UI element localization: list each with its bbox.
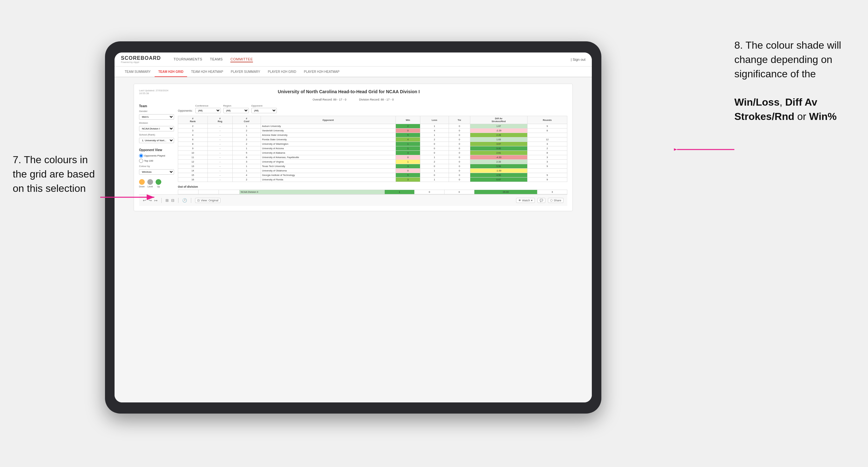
opponent-filter-label: Opponent bbox=[251, 104, 277, 107]
nav-committee[interactable]: COMMITTEE bbox=[230, 57, 253, 62]
cell-opponent: Auburn University bbox=[260, 124, 396, 128]
table-row: 9 - 1 University of Arizona 1 0 0 9.00 2 bbox=[178, 146, 567, 151]
last-updated-time: 16:55:38 bbox=[139, 92, 168, 95]
clock-icon[interactable]: 🕐 bbox=[182, 198, 187, 203]
annotation-bold-1: Win/Loss bbox=[734, 96, 779, 108]
table-row: 15 - 4 Georgia Institute of Technology 5… bbox=[178, 173, 567, 178]
division-label: Division bbox=[139, 122, 174, 124]
nav-tournaments[interactable]: TOURNAMENTS bbox=[174, 57, 203, 62]
subnav-player-h2h-heatmap[interactable]: PLAYER H2H HEATMAP bbox=[300, 67, 343, 77]
cell-conf: 2 bbox=[232, 178, 260, 182]
card-header: Last Updated: 27/03/2024 16:55:38 Univer… bbox=[139, 89, 567, 95]
region-filter-select[interactable]: (All) bbox=[223, 108, 249, 113]
cell-tie: 0 bbox=[448, 151, 470, 155]
cell-opponent: Arizona State University bbox=[260, 133, 396, 137]
subnav-team-h2h-heatmap[interactable]: TEAM H2H HEATMAP bbox=[187, 67, 227, 77]
cell-rank: 15 bbox=[178, 173, 208, 178]
radio-top100[interactable]: Top 100 bbox=[139, 159, 174, 163]
cell-diff: 2.33 bbox=[470, 160, 527, 164]
main-card: Last Updated: 27/03/2024 16:55:38 Univer… bbox=[134, 84, 573, 211]
bottom-toolbar: ↩ ↪ ↦ ⊞ ⊟ 🕐 ⊡ View: Original 👁 bbox=[139, 194, 567, 206]
left-panel: Team Gender Men's Division NCAA Division… bbox=[139, 104, 174, 194]
watch-label: Watch bbox=[522, 199, 530, 202]
cell-rounds: 2 bbox=[527, 146, 567, 151]
cell-rounds: 3 bbox=[527, 160, 567, 164]
cell-tie: 0 bbox=[448, 128, 470, 133]
cell-loss: 2 bbox=[420, 160, 448, 164]
conference-filter: Conference (All) bbox=[195, 104, 221, 113]
table-row: 8 - 2 University of Washington 1 0 0 3.6… bbox=[178, 142, 567, 146]
region-filter: Region (All) bbox=[223, 104, 249, 113]
copy-icon[interactable]: ⊞ bbox=[165, 198, 168, 203]
cell-opponent: Vanderbilt University bbox=[260, 128, 396, 133]
colour-legend: Down Level Up bbox=[139, 179, 174, 188]
ood-rounds: 3 bbox=[537, 190, 567, 194]
view-original-btn[interactable]: ⊡ View: Original bbox=[195, 198, 220, 203]
out-of-division-table: NCAA Division II 1 0 0 26.00 3 bbox=[178, 190, 567, 194]
cell-opponent: University of Arkansas, Fayetteville bbox=[260, 155, 396, 160]
sub-nav: TEAM SUMMARY TEAM H2H GRID TEAM H2H HEAT… bbox=[115, 66, 592, 77]
cell-reg: - bbox=[208, 160, 232, 164]
cell-tie: 0 bbox=[448, 124, 470, 128]
subnav-team-summary[interactable]: TEAM SUMMARY bbox=[121, 67, 155, 77]
cell-opponent: University of Alabama bbox=[260, 151, 396, 155]
legend-down-dot bbox=[139, 179, 145, 185]
legend-down-label: Down bbox=[139, 185, 145, 188]
cell-reg: - bbox=[208, 124, 232, 128]
ood-conf bbox=[219, 190, 239, 194]
nav-links: TOURNAMENTS TEAMS COMMITTEE bbox=[174, 57, 561, 62]
subnav-player-h2h-grid[interactable]: PLAYER H2H GRID bbox=[264, 67, 300, 77]
cell-loss: 0 bbox=[420, 151, 448, 155]
last-updated-date: Last Updated: 27/03/2024 bbox=[139, 89, 168, 92]
cell-diff: 9.00 bbox=[470, 146, 527, 151]
ood-opponent: NCAA Division II bbox=[239, 190, 385, 194]
cell-reg: - bbox=[208, 133, 232, 137]
table-row: 14 - 1 University of Oklahoma 0 1 0 -1.0… bbox=[178, 168, 567, 173]
cell-opponent: University of Virginia bbox=[260, 160, 396, 164]
cell-rank: 11 bbox=[178, 155, 208, 160]
col-conf: #Conf bbox=[232, 116, 260, 124]
cell-rounds bbox=[527, 168, 567, 173]
gender-select[interactable]: Men's bbox=[139, 114, 174, 120]
cell-rank: 8 bbox=[178, 142, 208, 146]
col-rounds: Rounds bbox=[527, 116, 567, 124]
cell-reg: - bbox=[208, 168, 232, 173]
division-select[interactable]: NCAA Division I bbox=[139, 126, 174, 131]
watch-chevron: ▾ bbox=[531, 199, 533, 202]
card-title: University of North Carolina Head-to-Hea… bbox=[168, 89, 529, 94]
col-win: Win bbox=[396, 116, 420, 124]
cell-conf: 5 bbox=[232, 151, 260, 155]
conference-filter-select[interactable]: (All) bbox=[195, 108, 221, 113]
radio-opponents-played[interactable]: Opponents Played bbox=[139, 154, 174, 158]
cell-reg: - bbox=[208, 164, 232, 168]
cell-opponent: University of Florida bbox=[260, 178, 396, 182]
cell-tie: 0 bbox=[448, 164, 470, 168]
cell-rounds: 8 bbox=[527, 128, 567, 133]
table-row: 3 - 2 Vanderbilt University 0 4 0 -2.29 … bbox=[178, 128, 567, 133]
nav-teams[interactable]: TEAMS bbox=[210, 57, 223, 62]
cell-opponent: Florida State University bbox=[260, 137, 396, 142]
logo: SCOREBOARD Powered by clippd bbox=[121, 55, 161, 63]
sign-out-link[interactable]: | Sign out bbox=[571, 58, 585, 61]
subnav-team-h2h-grid[interactable]: TEAM H2H GRID bbox=[155, 67, 187, 77]
comment-btn[interactable]: 💬 bbox=[537, 198, 545, 203]
cell-rank: 13 bbox=[178, 164, 208, 168]
radio-group: Opponents Played Top 100 bbox=[139, 154, 174, 163]
colour-by-select[interactable]: Win/loss bbox=[139, 169, 174, 175]
cell-win: 5 bbox=[396, 133, 420, 137]
cell-conf: 2 bbox=[232, 142, 260, 146]
grid-icon[interactable]: ⊟ bbox=[171, 198, 174, 203]
cell-loss: 1 bbox=[420, 124, 448, 128]
subnav-player-summary[interactable]: PLAYER SUMMARY bbox=[227, 67, 264, 77]
cell-rounds: 9 bbox=[527, 164, 567, 168]
watch-btn[interactable]: 👁 Watch ▾ bbox=[516, 198, 535, 203]
cell-conf: 2 bbox=[232, 128, 260, 133]
share-btn[interactable]: ⬡ Share bbox=[548, 198, 563, 203]
opponent-filter-select[interactable]: (All) bbox=[251, 108, 277, 113]
table-row: 13 - 1 Texas Tech University 3 0 0 5.56 … bbox=[178, 164, 567, 168]
legend-level-dot bbox=[147, 179, 153, 185]
table-row: 4 - 1 Arizona State University 5 1 0 2.2… bbox=[178, 133, 567, 137]
cell-loss: 2 bbox=[420, 137, 448, 142]
school-select[interactable]: 1. University of Nort... bbox=[139, 138, 174, 143]
cell-win: 1 bbox=[396, 160, 420, 164]
